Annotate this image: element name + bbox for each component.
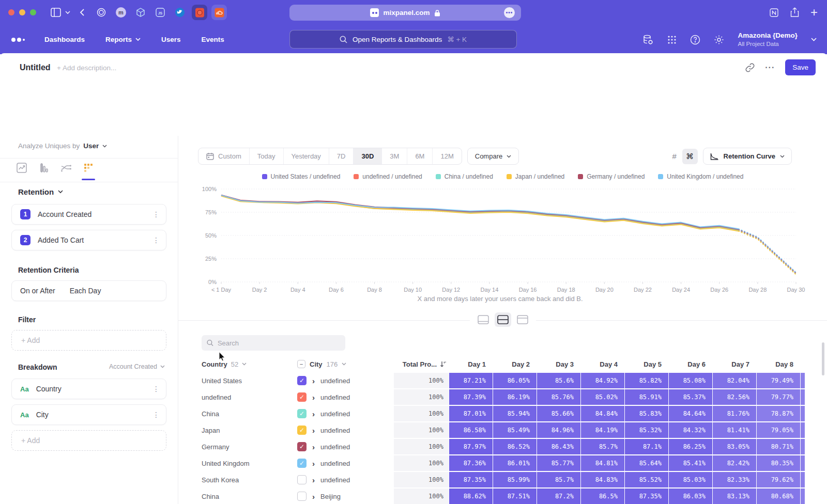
retention-cell[interactable]: 84.64% (669, 406, 712, 421)
breakdown-options-icon[interactable]: ⋮ (152, 387, 160, 390)
apps-grid-icon[interactable] (667, 35, 677, 44)
step-options-icon[interactable]: ⋮ (152, 239, 160, 242)
step-event-label[interactable]: Added To Cart (38, 236, 152, 244)
range-7d[interactable]: 7D (329, 148, 354, 164)
data-management-icon[interactable] (642, 34, 654, 45)
retention-cell[interactable]: 85.49% (493, 422, 537, 438)
retention-criteria-card[interactable]: On or After Each Day (11, 280, 166, 301)
copy-link-icon[interactable] (745, 63, 755, 72)
retention-cell[interactable]: 83.13% (713, 489, 756, 504)
minimize-window-button[interactable] (19, 9, 25, 15)
retention-cell[interactable]: 84.84% (581, 406, 624, 421)
retention-cell[interactable]: 82.56% (713, 389, 756, 405)
retention-cell[interactable]: 85.7% (537, 472, 580, 487)
retention-cell[interactable]: 86.58% (449, 422, 493, 438)
retention-cell[interactable]: 79.62% (757, 472, 800, 487)
legend-item[interactable]: Japan / undefined (507, 173, 564, 180)
add-breakdown-button[interactable]: + Add (11, 430, 166, 451)
retention-cell[interactable]: 87.36% (449, 455, 493, 471)
close-window-button[interactable] (8, 9, 14, 15)
retention-cell[interactable]: 85.08% (669, 373, 712, 388)
cell-country[interactable]: United States (202, 377, 297, 385)
retention-cell[interactable]: 86.05% (493, 373, 537, 388)
retention-cell[interactable]: 87.21% (449, 373, 493, 388)
breakdown-property-label[interactable]: City (36, 411, 152, 419)
legend-item[interactable]: undefined / undefined (354, 173, 422, 180)
column-city[interactable]: – City 176 (297, 360, 394, 368)
retention-cell[interactable]: 80.71% (757, 439, 800, 454)
save-button[interactable]: Save (785, 59, 816, 75)
maximize-window-button[interactable] (30, 9, 36, 15)
retention-cell[interactable]: 86.52% (493, 439, 537, 454)
column-day-5[interactable]: Day 5 (625, 360, 668, 368)
retention-cell[interactable]: 85.83% (625, 406, 668, 421)
help-icon[interactable] (690, 35, 700, 45)
retention-cell[interactable]: 85.32% (625, 422, 668, 438)
retention-cell[interactable]: 79.05% (757, 422, 800, 438)
nav-users[interactable]: Users (161, 36, 181, 43)
retention-cell[interactable]: 87.35% (625, 489, 668, 504)
project-switcher[interactable]: Amazonia {Demo} All Project Data (738, 32, 798, 48)
share-icon[interactable] (790, 7, 799, 18)
retention-cell[interactable]: 85.66% (537, 406, 580, 421)
cell-country[interactable]: Germany (202, 443, 297, 451)
step-event-label[interactable]: Account Created (38, 210, 152, 218)
command-toggle-button[interactable]: ⌘ (682, 149, 698, 164)
row-checkbox[interactable]: ✓ (297, 459, 307, 468)
legend-item[interactable]: Germany / undefined (578, 173, 645, 180)
expand-row-icon[interactable]: › (312, 443, 315, 451)
retention-cell[interactable]: 87.2% (537, 489, 580, 504)
settings-gear-icon[interactable] (714, 35, 724, 45)
criteria-on-or-after[interactable]: On or After (20, 287, 55, 295)
retention-cell[interactable]: 87.51% (493, 489, 537, 504)
tab-target-icon[interactable] (94, 5, 109, 20)
retention-line-projected[interactable] (739, 230, 796, 274)
range-today[interactable]: Today (250, 148, 284, 164)
retention-cell[interactable]: 84.32% (669, 422, 712, 438)
breakdown-card[interactable]: AaCountry⋮ (11, 379, 166, 399)
retention-cell[interactable]: 85.6% (537, 373, 580, 388)
retention-line[interactable] (221, 196, 739, 231)
retention-cell[interactable]: 79.49% (757, 373, 800, 388)
breakdown-scope-selector[interactable]: Account Created (109, 363, 165, 370)
chevron-down-icon[interactable] (65, 11, 70, 14)
retention-cell[interactable]: 84.92% (581, 373, 624, 388)
row-checkbox[interactable]: ✓ (297, 392, 307, 402)
expand-row-icon[interactable]: › (312, 377, 315, 385)
cell-country[interactable]: China (202, 410, 297, 418)
cell-country[interactable]: China (202, 493, 297, 500)
sidebar-toggle-icon[interactable] (51, 8, 61, 17)
expand-row-icon[interactable]: › (312, 427, 315, 434)
breakdown-card[interactable]: AaCity⋮ (11, 404, 166, 425)
column-day-7[interactable]: Day 7 (713, 360, 756, 368)
new-tab-icon[interactable]: + (810, 6, 818, 19)
expand-row-icon[interactable]: › (312, 393, 315, 401)
hash-toggle-button[interactable]: # (667, 149, 682, 164)
breakdown-property-label[interactable]: Country (36, 385, 152, 393)
retention-cell[interactable]: 79.77% (757, 389, 800, 405)
retention-line-projected[interactable] (739, 231, 796, 274)
retention-cell[interactable]: 82.04% (713, 373, 756, 388)
cell-country[interactable]: Japan (202, 427, 297, 434)
table-search-input[interactable] (218, 339, 340, 347)
retention-cell[interactable]: 86.43% (537, 439, 580, 454)
row-checkbox[interactable] (297, 492, 307, 501)
retention-cell[interactable]: 83.05% (713, 439, 756, 454)
row-checkbox[interactable]: ✓ (297, 426, 307, 435)
expand-row-icon[interactable]: › (312, 476, 315, 484)
retention-cell[interactable]: 85.52% (625, 472, 668, 487)
retention-line-projected[interactable] (739, 229, 796, 273)
window-controls[interactable] (8, 9, 36, 15)
retention-cell[interactable]: 84.81% (581, 455, 624, 471)
retention-cell[interactable]: 87.1% (625, 439, 668, 454)
chart-type-selector[interactable]: Retention Curve (703, 148, 792, 165)
range-3m[interactable]: 3M (382, 148, 407, 164)
range-30d[interactable]: 30D (354, 148, 382, 164)
retention-cell[interactable]: 85.64% (625, 455, 668, 471)
tab-bird-icon[interactable] (172, 5, 188, 20)
retention-cell[interactable]: 82.33% (713, 472, 756, 487)
global-search-button[interactable]: Open Reports & Dashboards ⌘ + K (289, 30, 517, 49)
retention-cell[interactable]: 84.96% (537, 422, 580, 438)
vertical-scrollbar[interactable] (822, 342, 824, 375)
retention-cell[interactable]: 78.87% (757, 406, 800, 421)
